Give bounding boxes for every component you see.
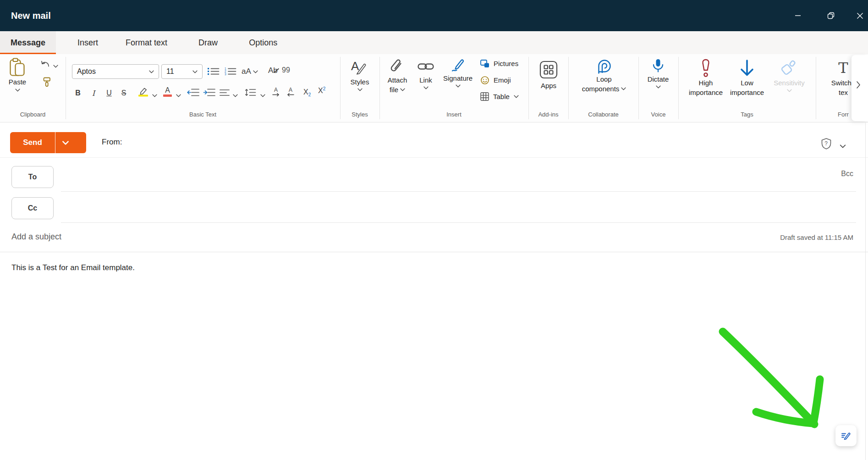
format-painter-button[interactable] (43, 77, 51, 89)
superscript-button[interactable]: X2 (318, 86, 325, 95)
group-separator (528, 57, 529, 119)
attach-file-button[interactable]: Attach file (383, 59, 412, 94)
subject-input[interactable]: Add a subject (11, 232, 61, 242)
sensitivity-button[interactable]: Sensitivity (768, 60, 810, 92)
styles-dropdown-chevron (357, 88, 363, 91)
highlight-dropdown[interactable] (152, 91, 157, 99)
signature-pen-icon (450, 58, 466, 73)
align-dropdown[interactable] (233, 91, 238, 99)
align-button[interactable] (220, 89, 230, 98)
cc-input[interactable] (61, 197, 856, 218)
close-icon (857, 12, 863, 19)
ribbon-overflow-button[interactable] (856, 81, 861, 91)
chevron-down-icon (260, 94, 265, 97)
bcc-button[interactable]: Bcc (841, 170, 853, 178)
minimize-button[interactable] (787, 0, 808, 31)
emoji-button[interactable]: Emoji (480, 75, 511, 85)
titlebar: New mail (0, 0, 868, 31)
chevron-down-icon (253, 70, 258, 73)
from-row-divider (0, 157, 868, 158)
sensitivity-dropdown-chevron (787, 89, 792, 92)
italic-button[interactable]: I (88, 87, 99, 99)
loop-icon (596, 59, 612, 74)
close-button[interactable] (852, 0, 868, 31)
group-separator (568, 57, 569, 119)
apps-button[interactable]: Apps (535, 61, 562, 90)
font-color-button[interactable]: A (163, 86, 172, 97)
bulleted-list-icon (207, 67, 220, 76)
decrease-indent-button[interactable] (187, 88, 199, 99)
highlight-button[interactable] (137, 87, 150, 99)
to-button[interactable]: To (11, 166, 54, 188)
scrollbar-track[interactable] (865, 122, 866, 460)
signature-button[interactable]: Signature (439, 58, 477, 88)
group-label-basic-text: Basic Text (66, 111, 340, 118)
increase-indent-button[interactable] (203, 88, 215, 99)
restore-icon (827, 12, 835, 19)
table-dropdown-chevron (514, 95, 519, 98)
tab-format-text[interactable]: Format text (115, 31, 178, 54)
undo-dropdown[interactable] (53, 61, 58, 70)
pictures-button[interactable]: Pictures (480, 59, 518, 68)
group-label-clipboard: Clipboard (0, 111, 66, 118)
send-split-button: Send (10, 132, 86, 153)
group-label-addins: Add-ins (528, 111, 568, 118)
loop-components-button[interactable]: Loop components (574, 59, 634, 94)
cc-button[interactable]: Cc (11, 197, 54, 219)
from-label: From: (102, 138, 122, 147)
restore-button[interactable] (820, 0, 841, 31)
send-dropdown-button[interactable] (55, 132, 76, 153)
paste-button[interactable]: Paste (5, 58, 30, 92)
numbered-list-button[interactable]: 123 (224, 67, 236, 78)
low-importance-icon (739, 60, 755, 77)
cc-input-underline (61, 222, 856, 223)
chevron-right-icon (856, 81, 861, 89)
font-color-dropdown[interactable] (176, 91, 181, 99)
styles-button[interactable]: A Styles (343, 58, 377, 91)
send-button[interactable]: Send (10, 132, 55, 153)
font-size-select[interactable]: 11 (161, 64, 203, 79)
arrow-left-icon (287, 93, 294, 97)
window-title: New mail (11, 11, 51, 21)
font-color-swatch (163, 94, 172, 97)
decrease-indent-icon (187, 88, 199, 97)
tab-message[interactable]: Message (0, 31, 56, 54)
chevron-down-icon (233, 94, 238, 97)
ink-annotation-button[interactable] (835, 425, 857, 446)
attach-dropdown-chevron (400, 88, 405, 91)
strikethrough-button[interactable]: S (118, 87, 129, 99)
loop-dropdown-chevron (621, 87, 626, 90)
group-label-tags: Tags (678, 111, 816, 118)
increase-indent-icon (203, 88, 215, 97)
underline-button[interactable]: U (104, 87, 115, 99)
message-safety-button[interactable]: ? (820, 138, 832, 152)
low-importance-button[interactable]: Low importance (726, 60, 768, 97)
high-importance-button[interactable]: High importance (685, 59, 727, 97)
format-painter-icon (43, 77, 51, 87)
undo-icon (40, 60, 50, 67)
bulleted-list-button[interactable] (207, 67, 220, 78)
arrow-right-icon (272, 93, 280, 97)
line-spacing-button[interactable] (245, 89, 256, 98)
tab-options[interactable]: Options (238, 31, 288, 54)
bold-button[interactable]: B (72, 87, 83, 99)
tab-draw[interactable]: Draw (188, 31, 228, 54)
left-to-right-button[interactable]: A (272, 87, 280, 97)
change-case-button[interactable]: aA (242, 67, 258, 76)
dictate-button[interactable]: Dictate (642, 59, 675, 89)
line-spacing-icon (245, 89, 256, 96)
font-name-select[interactable]: Aptos (72, 64, 159, 79)
group-label-voice: Voice (638, 111, 678, 118)
clear-formatting-button[interactable]: Ab (268, 66, 278, 75)
link-button[interactable]: Link (414, 62, 438, 89)
to-input[interactable] (61, 166, 840, 187)
subscript-button[interactable]: X2 (303, 88, 311, 97)
undo-button[interactable] (40, 60, 50, 69)
tab-insert[interactable]: Insert (67, 31, 109, 54)
table-button[interactable]: Table (480, 92, 519, 101)
emoji-icon (480, 76, 489, 85)
quote-button[interactable]: 99 (282, 66, 290, 74)
from-row-expand-button[interactable] (840, 142, 846, 150)
right-to-left-button[interactable]: A (287, 87, 294, 97)
line-spacing-dropdown[interactable] (260, 91, 265, 99)
